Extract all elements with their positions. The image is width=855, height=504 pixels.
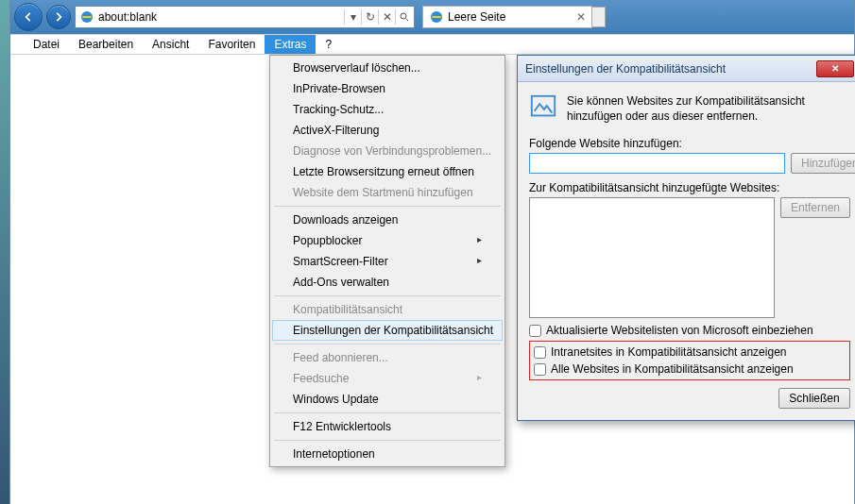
menu-item[interactable]: InPrivate-Browsen: [272, 78, 503, 99]
close-button[interactable]: Schließen: [778, 388, 850, 409]
page-content: Browserverlauf löschen...InPrivate-Brows…: [10, 55, 854, 504]
dialog-close-button[interactable]: ✕: [816, 60, 854, 77]
menu-datei[interactable]: Datei: [24, 35, 69, 54]
tab-title: Leere Seite: [448, 10, 505, 24]
menu-bar: DateiBearbeitenAnsichtFavoritenExtras?: [10, 34, 854, 55]
menu-item: Kompatibilitätsansicht: [272, 299, 503, 320]
svg-point-1: [401, 13, 406, 19]
browser-tab[interactable]: Leere Seite ✕: [422, 6, 592, 28]
menu-item[interactable]: ActiveX-Filterung: [272, 120, 503, 141]
ie-logo-icon: [79, 9, 94, 25]
menu-?[interactable]: ?: [316, 35, 341, 54]
add-website-label: Folgende Website hinzufügen:: [529, 137, 850, 150]
intranet-compat-label: Intranetsites in Kompatibilitätsansicht …: [551, 345, 786, 359]
menu-item[interactable]: Popupblocker: [272, 230, 503, 251]
remove-button[interactable]: Entfernen: [780, 197, 850, 218]
stop-icon[interactable]: ✕: [378, 9, 393, 25]
all-sites-compat-checkbox[interactable]: [534, 363, 546, 376]
menu-separator: [274, 344, 501, 344]
dialog-title: Einstellungen der Kompatibilitätsansicht: [525, 62, 816, 76]
menu-item: Feed abonnieren...: [272, 347, 503, 368]
include-ms-lists-label: Aktualisierte Websitelisten von Microsof…: [546, 324, 813, 337]
back-button[interactable]: [14, 3, 43, 31]
menu-item[interactable]: Windows Update: [272, 389, 503, 410]
menu-item: Diagnose von Verbindungsproblemen...: [272, 141, 503, 161]
address-bar: ▾ ↻ ✕: [75, 6, 415, 28]
dialog-info-text: Sie können Websites zur Kompatibilitätsa…: [567, 93, 850, 124]
menu-item: Website dem Startmenü hinzufügen: [272, 182, 503, 203]
dialog-titlebar[interactable]: Einstellungen der Kompatibilitätsansicht…: [518, 56, 855, 82]
website-list-label: Zur Kompatibilitätsansicht hinzugefügte …: [529, 181, 850, 194]
url-input[interactable]: [98, 10, 340, 24]
menu-separator: [274, 206, 501, 207]
refresh-icon[interactable]: ↻: [361, 9, 376, 25]
menu-item[interactable]: Downloads anzeigen: [272, 210, 503, 230]
close-tab-icon[interactable]: ✕: [576, 10, 586, 24]
menu-bearbeiten[interactable]: Bearbeiten: [69, 35, 143, 54]
include-ms-lists-checkbox[interactable]: [529, 325, 541, 337]
menu-separator: [274, 440, 501, 441]
ie-logo-icon: [429, 9, 444, 25]
menu-extras[interactable]: Extras: [265, 35, 316, 54]
menu-favoriten[interactable]: Favoriten: [198, 35, 265, 54]
menu-item[interactable]: SmartScreen-Filter: [272, 251, 503, 272]
menu-ansicht[interactable]: Ansicht: [143, 35, 198, 54]
compat-info-icon: [529, 93, 557, 122]
new-tab-button[interactable]: [592, 7, 606, 27]
all-sites-compat-label: Alle Websites in Kompatibilitätsansicht …: [551, 362, 794, 376]
tab-strip: Leere Seite ✕: [422, 6, 606, 28]
highlighted-options: Intranetsites in Kompatibilitätsansicht …: [529, 341, 850, 380]
compat-settings-dialog: Einstellungen der Kompatibilitätsansicht…: [517, 55, 855, 421]
menu-item[interactable]: Tracking-Schutz...: [272, 99, 503, 120]
forward-button[interactable]: [46, 5, 71, 29]
add-website-input[interactable]: [529, 153, 785, 174]
websites-listbox[interactable]: [529, 197, 775, 318]
menu-item[interactable]: Browserverlauf löschen...: [272, 58, 503, 78]
menu-item[interactable]: Letzte Browsersitzung erneut öffnen: [272, 161, 503, 182]
menu-item[interactable]: Internetoptionen: [272, 444, 503, 464]
menu-item[interactable]: Add-Ons verwalten: [272, 272, 503, 293]
add-button[interactable]: Hinzufügen: [791, 153, 855, 174]
search-icon[interactable]: [395, 9, 410, 25]
extras-dropdown-menu: Browserverlauf löschen...InPrivate-Brows…: [269, 55, 505, 467]
menu-separator: [274, 412, 501, 413]
menu-item[interactable]: F12 Entwicklertools: [272, 416, 503, 437]
menu-item: Feedsuche: [272, 368, 503, 389]
intranet-compat-checkbox[interactable]: [534, 346, 546, 359]
menu-item[interactable]: Einstellungen der Kompatibilitätsansicht: [272, 320, 503, 341]
menu-separator: [274, 295, 501, 296]
dropdown-icon[interactable]: ▾: [344, 9, 359, 25]
nav-bar: ▾ ↻ ✕ Leere Seite ✕: [10, 0, 854, 34]
